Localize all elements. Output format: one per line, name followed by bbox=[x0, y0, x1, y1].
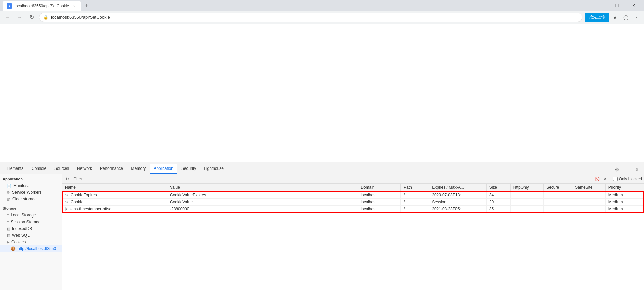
cookies-label: Cookies bbox=[11, 240, 26, 244]
devtools-main-panel: ↻ 🚫 × Only blocked bbox=[62, 174, 644, 290]
close-btn[interactable]: × bbox=[626, 0, 641, 11]
devtools-settings-icon[interactable]: ⚙ bbox=[612, 165, 621, 174]
cookie-table-body: setCookieExpiresCookieValueExpireslocalh… bbox=[62, 191, 644, 213]
application-label: Application bbox=[3, 177, 23, 181]
sidebar-item-manifest[interactable]: 📄 Manifest bbox=[0, 182, 62, 189]
tab-lighthouse[interactable]: Lighthouse bbox=[200, 164, 228, 174]
sidebar-item-local-storage[interactable]: ≡ Local Storage bbox=[0, 212, 62, 219]
only-blocked-text: Only blocked bbox=[619, 177, 642, 181]
bookmark-icon[interactable]: ★ bbox=[610, 13, 620, 22]
table-row[interactable]: setCookieExpiresCookieValueExpireslocalh… bbox=[62, 191, 644, 199]
col-value[interactable]: Value bbox=[167, 184, 358, 191]
sidebar-application-section: Application 📄 Manifest ⚙ Service Workers… bbox=[0, 174, 62, 204]
cell-priority: Medium bbox=[605, 199, 644, 206]
table-row[interactable]: setCookieCookieValuelocalhost/Session20M… bbox=[62, 199, 644, 206]
table-row[interactable]: jenkins-timestamper-offset-28800000local… bbox=[62, 206, 644, 213]
local-storage-label: Local Storage bbox=[11, 213, 36, 218]
col-domain[interactable]: Domain bbox=[358, 184, 401, 191]
cell-priority: Medium bbox=[605, 191, 644, 199]
tab-elements[interactable]: Elements bbox=[3, 164, 28, 174]
tab-close-btn[interactable]: × bbox=[72, 3, 77, 9]
cell-samesite bbox=[572, 191, 605, 199]
toolbar-divider bbox=[592, 176, 592, 182]
sidebar-item-cookies-localhost[interactable]: 🍪 http://localhost:63550 bbox=[0, 245, 62, 252]
devtools-sidebar: Application 📄 Manifest ⚙ Service Workers… bbox=[0, 174, 62, 290]
sidebar-application-title[interactable]: Application bbox=[0, 176, 62, 182]
cell-path: / bbox=[401, 199, 429, 206]
title-bar: ● localhost:63550/api/SetCookie × + — □ … bbox=[0, 0, 644, 11]
cell-domain: localhost bbox=[358, 191, 401, 199]
devtools-tabbar: Elements Console Sources Network Perform… bbox=[0, 162, 644, 174]
address-bar[interactable]: 🔒 localhost:63550/api/SetCookie bbox=[39, 13, 582, 22]
window-controls: — □ × bbox=[592, 0, 641, 11]
cookies-localhost-label: http://localhost:63550 bbox=[18, 246, 56, 251]
indexeddb-label: IndexedDB bbox=[12, 226, 32, 231]
col-httponly[interactable]: HttpOnly bbox=[510, 184, 543, 191]
session-storage-icon: ≡ bbox=[7, 220, 9, 224]
sidebar-item-cookies[interactable]: ▶ Cookies bbox=[0, 239, 62, 245]
devtools-more-icon[interactable]: ⋮ bbox=[623, 165, 631, 174]
cell-expires: 2020-07-03T13:... bbox=[429, 191, 486, 199]
col-samesite[interactable]: SameSite bbox=[572, 184, 605, 191]
filter-input[interactable] bbox=[72, 176, 590, 182]
cell-expires: Session bbox=[429, 199, 486, 206]
profile-icon[interactable]: ◯ bbox=[621, 13, 631, 22]
col-secure[interactable]: Secure bbox=[544, 184, 572, 191]
tab-title: localhost:63550/api/SetCookie bbox=[15, 4, 69, 8]
tab-network[interactable]: Network bbox=[73, 164, 96, 174]
refresh-cookies-btn[interactable]: ↻ bbox=[64, 176, 71, 182]
tab-application[interactable]: Application bbox=[150, 164, 177, 174]
sidebar-storage-title[interactable]: Storage bbox=[0, 205, 62, 212]
tab-memory[interactable]: Memory bbox=[127, 164, 150, 174]
back-btn[interactable]: ← bbox=[3, 13, 12, 22]
web-sql-icon: ◧ bbox=[7, 233, 10, 238]
cell-path: / bbox=[401, 191, 429, 199]
col-expires[interactable]: Expires / Max-A... bbox=[429, 184, 486, 191]
cell-secure bbox=[544, 191, 572, 199]
clear-cookies-btn[interactable]: 🚫 bbox=[594, 176, 601, 182]
only-blocked-checkbox[interactable] bbox=[613, 177, 618, 181]
col-priority[interactable]: Priority bbox=[605, 184, 644, 191]
cookie-table-wrap: Name Value Domain Path Expires / Max-A..… bbox=[62, 184, 644, 290]
cell-secure bbox=[544, 199, 572, 206]
tab-console[interactable]: Console bbox=[28, 164, 50, 174]
new-tab-btn[interactable]: + bbox=[81, 1, 92, 11]
extension-btn[interactable]: 抢先上传 bbox=[585, 13, 609, 22]
tab-sources[interactable]: Sources bbox=[50, 164, 73, 174]
cell-name: jenkins-timestamper-offset bbox=[62, 206, 167, 213]
indexeddb-icon: ◧ bbox=[7, 227, 10, 231]
delete-cookie-btn[interactable]: × bbox=[602, 176, 609, 182]
col-size[interactable]: Size bbox=[486, 184, 510, 191]
cell-httponly bbox=[510, 206, 543, 213]
col-name[interactable]: Name bbox=[62, 184, 167, 191]
sidebar-storage-section: Storage ≡ Local Storage ≡ Session Storag… bbox=[0, 204, 62, 253]
browser-tab[interactable]: ● localhost:63550/api/SetCookie × bbox=[3, 1, 81, 11]
maximize-btn[interactable]: □ bbox=[609, 0, 625, 11]
tab-security[interactable]: Security bbox=[177, 164, 200, 174]
tab-favicon: ● bbox=[7, 3, 12, 9]
local-storage-icon: ≡ bbox=[7, 213, 9, 217]
cell-size: 34 bbox=[486, 191, 510, 199]
sidebar-item-session-storage[interactable]: ≡ Session Storage bbox=[0, 219, 62, 225]
cookie-table: Name Value Domain Path Expires / Max-A..… bbox=[62, 184, 644, 213]
cell-domain: localhost bbox=[358, 199, 401, 206]
forward-btn[interactable]: → bbox=[15, 13, 24, 22]
cell-value: CookieValue bbox=[167, 199, 358, 206]
session-storage-label: Session Storage bbox=[11, 220, 40, 224]
col-path[interactable]: Path bbox=[401, 184, 429, 191]
sidebar-item-indexeddb[interactable]: ◧ IndexedDB bbox=[0, 225, 62, 232]
sidebar-item-web-sql[interactable]: ◧ Web SQL bbox=[0, 232, 62, 239]
manifest-icon: 📄 bbox=[7, 184, 11, 188]
cell-samesite bbox=[572, 206, 605, 213]
lock-icon: 🔒 bbox=[43, 15, 48, 20]
refresh-btn[interactable]: ↻ bbox=[27, 13, 36, 22]
tab-performance[interactable]: Performance bbox=[96, 164, 127, 174]
devtools-close-icon[interactable]: × bbox=[633, 165, 641, 174]
sidebar-item-service-workers[interactable]: ⚙ Service Workers bbox=[0, 189, 62, 196]
cell-size: 20 bbox=[486, 199, 510, 206]
sidebar-item-clear-storage[interactable]: 🗑 Clear storage bbox=[0, 196, 62, 202]
nav-toolbar: ← → ↻ 🔒 localhost:63550/api/SetCookie 抢先… bbox=[0, 11, 644, 24]
minimize-btn[interactable]: — bbox=[592, 0, 608, 11]
cell-expires: 2021-08-23T05:... bbox=[429, 206, 486, 213]
menu-icon[interactable]: ⋮ bbox=[632, 13, 641, 22]
